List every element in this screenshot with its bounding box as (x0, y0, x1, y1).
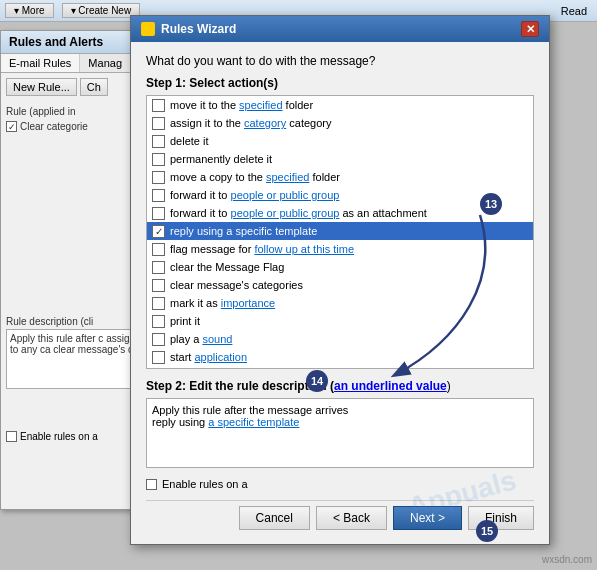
create-new-button[interactable]: ▾ Create New (62, 3, 141, 18)
action-move-copy-text: move a copy to the specified folder (170, 171, 340, 183)
action-move-folder[interactable]: move it to the specified folder (147, 96, 533, 114)
action-flag-message[interactable]: flag message for follow up at this time (147, 240, 533, 258)
action-move-copy[interactable]: move a copy to the specified folder (147, 168, 533, 186)
site-watermark: wxsdn.com (542, 554, 592, 565)
annotation-15: 15 (476, 520, 498, 542)
action-play-sound-text: play a sound (170, 333, 232, 345)
more-button[interactable]: ▾ More (5, 3, 54, 18)
action-reply-template[interactable]: reply using a specific template (147, 222, 533, 240)
next-button[interactable]: Next > (393, 506, 462, 530)
manage-tab[interactable]: Manag (80, 54, 131, 72)
action-flag-message-checkbox[interactable] (152, 243, 165, 256)
action-reply-template-checkbox[interactable] (152, 225, 165, 238)
read-label: Read (561, 5, 587, 17)
step1-label: Step 1: Select action(s) (146, 76, 534, 90)
close-button[interactable]: ✕ (521, 21, 539, 37)
action-assign-category-checkbox[interactable] (152, 117, 165, 130)
action-move-folder-checkbox[interactable] (152, 99, 165, 112)
wizard-title: Rules Wizard (161, 22, 236, 36)
wizard-body: What do you want to do with the message?… (131, 42, 549, 542)
clear-categories-label: Clear categorie (20, 121, 88, 132)
action-delete-checkbox[interactable] (152, 135, 165, 148)
wizard-icon (141, 22, 155, 36)
action-forward-people-text: forward it to people or public group (170, 189, 339, 201)
annotation-13: 13 (480, 193, 502, 215)
action-mark-importance-checkbox[interactable] (152, 297, 165, 310)
action-clear-flag-checkbox[interactable] (152, 261, 165, 274)
rules-wizard-dialog: Rules Wizard ✕ What do you want to do wi… (130, 15, 550, 545)
action-forward-attachment-text: forward it to people or public group as … (170, 207, 427, 219)
rule-desc-line1: Apply this rule after the message arrive… (152, 404, 348, 416)
action-forward-attachment-checkbox[interactable] (152, 207, 165, 220)
action-flag-message-text: flag message for follow up at this time (170, 243, 354, 255)
action-clear-categories-text: clear message's categories (170, 279, 303, 291)
action-clear-categories-checkbox[interactable] (152, 279, 165, 292)
action-clear-flag[interactable]: clear the Message Flag (147, 258, 533, 276)
action-delete[interactable]: delete it (147, 132, 533, 150)
action-move-folder-text: move it to the specified folder (170, 99, 313, 111)
annotation-14: 14 (306, 370, 328, 392)
action-play-sound-checkbox[interactable] (152, 333, 165, 346)
action-forward-people-checkbox[interactable] (152, 189, 165, 202)
action-play-sound[interactable]: play a sound (147, 330, 533, 348)
change-button[interactable]: Ch (80, 78, 108, 96)
action-forward-people[interactable]: forward it to people or public group (147, 186, 533, 204)
titlebar-left: Rules Wizard (141, 22, 236, 36)
wizard-question: What do you want to do with the message? (146, 54, 534, 68)
actions-list[interactable]: move it to the specified folder assign i… (146, 95, 534, 369)
action-mark-read-checkbox[interactable] (152, 369, 165, 370)
new-rule-button[interactable]: New Rule... (6, 78, 77, 96)
action-clear-flag-text: clear the Message Flag (170, 261, 284, 273)
action-forward-attachment[interactable]: forward it to people or public group as … (147, 204, 533, 222)
enable-rules-checkbox[interactable] (6, 431, 17, 442)
rule-description-area: Apply this rule after the message arrive… (146, 398, 534, 468)
action-reply-template-text: reply using a specific template (170, 225, 317, 237)
action-perm-delete[interactable]: permanently delete it (147, 150, 533, 168)
enable-rules-label: Enable rules on a (20, 431, 98, 442)
step2-close: ) (447, 379, 451, 393)
action-print[interactable]: print it (147, 312, 533, 330)
action-print-text: print it (170, 315, 200, 327)
action-mark-importance-text: mark it as importance (170, 297, 275, 309)
enable-rules-wizard-row: Enable rules on a (146, 478, 534, 490)
action-perm-delete-checkbox[interactable] (152, 153, 165, 166)
action-assign-category-text: assign it to the category category (170, 117, 331, 129)
action-assign-category[interactable]: assign it to the category category (147, 114, 533, 132)
enable-rules-row: Enable rules on a (6, 431, 98, 442)
step2-underline-link[interactable]: an underlined value (334, 379, 447, 393)
action-move-copy-checkbox[interactable] (152, 171, 165, 184)
rule-desc-line2: reply using (152, 416, 208, 428)
cancel-button[interactable]: Cancel (239, 506, 310, 530)
action-start-app-text: start application (170, 351, 247, 363)
back-button[interactable]: < Back (316, 506, 387, 530)
action-mark-importance[interactable]: mark it as importance (147, 294, 533, 312)
enable-rules-wizard-checkbox[interactable] (146, 479, 157, 490)
action-clear-categories[interactable]: clear message's categories (147, 276, 533, 294)
action-start-app-checkbox[interactable] (152, 351, 165, 364)
wizard-titlebar: Rules Wizard ✕ (131, 16, 549, 42)
action-print-checkbox[interactable] (152, 315, 165, 328)
clear-categories-checkbox[interactable] (6, 121, 17, 132)
action-mark-read[interactable]: mark it as read (147, 366, 533, 369)
rule-desc-template-link[interactable]: a specific template (208, 416, 299, 428)
action-delete-text: delete it (170, 135, 209, 147)
action-perm-delete-text: permanently delete it (170, 153, 272, 165)
email-rules-tab[interactable]: E-mail Rules (1, 54, 80, 72)
enable-rules-wizard-label: Enable rules on a (162, 478, 248, 490)
action-start-app[interactable]: start application (147, 348, 533, 366)
wizard-buttons: Cancel < Back Next > Finish (146, 500, 534, 530)
